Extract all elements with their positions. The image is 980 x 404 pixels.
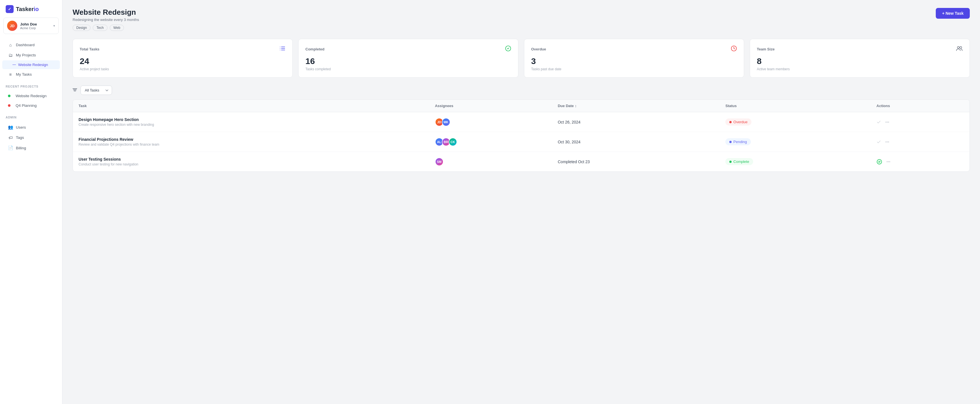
chevron-down-icon: ▾ bbox=[53, 24, 55, 28]
sidebar-item-billing[interactable]: 📄 Billing bbox=[2, 143, 60, 153]
folder-icon: 🗂 bbox=[8, 53, 13, 57]
status-dot bbox=[729, 121, 732, 123]
task-name: Design Homepage Hero Section bbox=[78, 117, 424, 122]
project-name: Q4 Planning bbox=[16, 103, 37, 108]
more-options-button[interactable] bbox=[885, 120, 889, 124]
due-date-cell: Completed Oct 23 bbox=[552, 152, 720, 172]
table-row: Design Homepage Hero Section Create resp… bbox=[73, 112, 969, 132]
status-dot bbox=[729, 141, 732, 143]
svg-point-22 bbox=[889, 161, 890, 162]
col-status: Status bbox=[720, 100, 871, 112]
stat-desc-overdue: Tasks past due date bbox=[531, 67, 737, 71]
status-cell: Complete bbox=[720, 152, 871, 172]
sort-icon: ↕ bbox=[575, 104, 577, 108]
svg-point-18 bbox=[888, 141, 889, 142]
sidebar-item-website-redesign[interactable]: Website Redesign bbox=[2, 60, 60, 69]
more-options-button[interactable] bbox=[886, 160, 891, 164]
complete-button[interactable] bbox=[877, 120, 881, 124]
table-row: User Testing Sessions Conduct user testi… bbox=[73, 152, 969, 172]
col-due-date[interactable]: Due Date ↕ bbox=[552, 100, 720, 112]
stat-value-team: 8 bbox=[757, 56, 963, 66]
due-date: Oct 30, 2024 bbox=[558, 140, 581, 144]
sidebar: ✓ Taskerio JD John Doe Acme Corp ▾ ⌂ Das… bbox=[0, 0, 62, 404]
action-group bbox=[877, 140, 964, 144]
nav-section: ⌂ Dashboard 🗂 My Projects Website Redesi… bbox=[0, 38, 62, 81]
stat-card-team-size: Team Size 8 Active team members bbox=[750, 39, 970, 78]
assignees-cell: AL BR CK bbox=[429, 132, 552, 152]
task-table: Task Assignees Due Date ↕ Status Actions… bbox=[73, 100, 969, 171]
sidebar-item-dashboard[interactable]: ⌂ Dashboard bbox=[2, 40, 60, 50]
table-row: Financial Projections Review Review and … bbox=[73, 132, 969, 152]
team-icon bbox=[956, 45, 963, 53]
admin-section: 👥 Users 🏷 Tags 📄 Billing bbox=[0, 121, 62, 154]
task-name: User Testing Sessions bbox=[78, 157, 424, 162]
stat-desc-team: Active team members bbox=[757, 67, 963, 71]
sidebar-item-q4-planning[interactable]: Q4 Planning bbox=[2, 101, 60, 110]
stat-card-total-tasks: Total Tasks 24 Active project tasks bbox=[73, 39, 293, 78]
svg-point-16 bbox=[886, 141, 886, 142]
user-card[interactable]: JD John Doe Acme Corp ▾ bbox=[3, 17, 59, 34]
stat-card-completed: Completed 16 Tasks completed bbox=[298, 39, 519, 78]
new-task-button[interactable]: + New Task bbox=[936, 8, 970, 19]
status-badge: Complete bbox=[725, 158, 753, 165]
main-content: Website Redesign Redesigning the website… bbox=[62, 0, 980, 404]
page-title-section: Website Redesign Redesigning the website… bbox=[73, 8, 139, 31]
tag-list: Design Tech Web bbox=[73, 25, 139, 31]
task-table-wrapper: Task Assignees Due Date ↕ Status Actions… bbox=[73, 100, 970, 172]
sidebar-item-label: My Projects bbox=[16, 53, 36, 57]
status-text: Overdue bbox=[733, 120, 748, 124]
list-icon bbox=[279, 45, 286, 53]
action-group bbox=[877, 120, 964, 124]
assignee-avatar: CK bbox=[449, 138, 457, 146]
complete-button[interactable] bbox=[877, 140, 881, 144]
more-options-button[interactable] bbox=[885, 140, 889, 144]
status-badge: Overdue bbox=[725, 119, 751, 125]
assignee-group: SM bbox=[435, 157, 546, 166]
svg-point-20 bbox=[887, 161, 888, 162]
tags-icon: 🏷 bbox=[8, 135, 13, 140]
project-name: Website Redesign bbox=[16, 94, 46, 98]
clock-icon bbox=[731, 45, 737, 53]
stat-desc-completed: Tasks completed bbox=[305, 67, 511, 71]
tag-web: Web bbox=[110, 25, 124, 31]
task-name: Financial Projections Review bbox=[78, 137, 424, 142]
logo-icon: ✓ bbox=[6, 5, 14, 13]
status-cell: Pending bbox=[720, 132, 871, 152]
page-header: Website Redesign Redesigning the website… bbox=[73, 8, 970, 31]
svg-point-15 bbox=[888, 122, 889, 122]
filter-select[interactable]: All Tasks Active Completed Overdue bbox=[81, 86, 112, 95]
due-date: Completed Oct 23 bbox=[558, 160, 590, 164]
action-group bbox=[877, 159, 964, 165]
sidebar-item-label: Users bbox=[16, 125, 26, 130]
logo-text: Taskerio bbox=[16, 6, 39, 13]
stats-grid: Total Tasks 24 Active project tasks Comp… bbox=[73, 39, 970, 78]
sidebar-item-website-redesign-proj[interactable]: Website Redesign bbox=[2, 91, 60, 101]
page-title: Website Redesign bbox=[73, 8, 139, 17]
sidebar-item-users[interactable]: 👥 Users bbox=[2, 122, 60, 132]
tasks-icon: ≡ bbox=[8, 72, 13, 77]
col-task: Task bbox=[73, 100, 429, 112]
actions-cell bbox=[871, 132, 969, 152]
sidebar-item-label: Billing bbox=[16, 146, 26, 150]
stat-desc-total: Active project tasks bbox=[80, 67, 286, 71]
sidebar-subitem-label: Website Redesign bbox=[18, 63, 48, 67]
task-cell: Design Homepage Hero Section Create resp… bbox=[73, 112, 429, 132]
stat-card-overdue: Overdue 3 Tasks past due date bbox=[524, 39, 744, 78]
assignee-group: JD MK bbox=[435, 118, 546, 126]
assignee-group: AL BR CK bbox=[435, 138, 546, 146]
stat-value-overdue: 3 bbox=[531, 56, 737, 66]
assignee-avatar: SM bbox=[435, 157, 444, 166]
complete-button[interactable] bbox=[877, 159, 882, 165]
sidebar-item-my-projects[interactable]: 🗂 My Projects bbox=[2, 50, 60, 60]
sidebar-item-my-tasks[interactable]: ≡ My Tasks bbox=[2, 70, 60, 79]
sidebar-item-label: Tags bbox=[16, 135, 24, 140]
due-date-cell: Oct 30, 2024 bbox=[552, 132, 720, 152]
actions-cell bbox=[871, 152, 969, 172]
stat-label-team: Team Size bbox=[757, 47, 775, 51]
sidebar-item-tags[interactable]: 🏷 Tags bbox=[2, 133, 60, 143]
filter-bar: All Tasks Active Completed Overdue bbox=[73, 86, 970, 95]
stat-value-total: 24 bbox=[80, 56, 286, 66]
sidebar-item-label: My Tasks bbox=[16, 72, 32, 76]
assignee-avatar: MK bbox=[442, 118, 450, 126]
svg-point-8 bbox=[957, 46, 959, 48]
